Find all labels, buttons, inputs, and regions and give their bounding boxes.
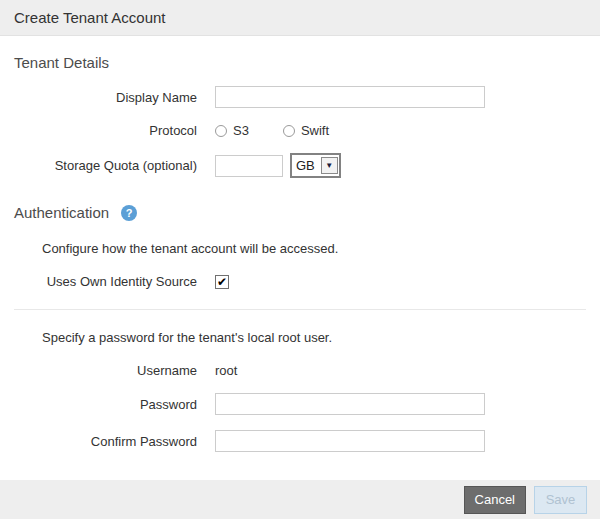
identity-source-checkbox[interactable]: ✔	[215, 275, 229, 289]
password-instruction: Specify a password for the tenant's loca…	[42, 330, 600, 345]
display-name-label: Display Name	[0, 90, 197, 105]
dialog-header: Create Tenant Account	[0, 0, 600, 36]
authentication-heading-label: Authentication	[14, 204, 109, 221]
display-name-row: Display Name	[0, 86, 600, 108]
display-name-input[interactable]	[215, 86, 485, 108]
storage-quota-input[interactable]	[215, 155, 283, 177]
chevron-down-icon[interactable]: ▼	[321, 157, 338, 174]
storage-quota-label: Storage Quota (optional)	[0, 158, 197, 173]
section-divider	[14, 309, 586, 310]
password-label: Password	[0, 397, 197, 412]
protocol-option-s3-label: S3	[233, 123, 249, 138]
help-icon[interactable]: ?	[121, 205, 137, 221]
protocol-option-swift[interactable]: Swift	[283, 123, 329, 138]
confirm-password-input[interactable]	[215, 430, 485, 452]
protocol-option-s3[interactable]: S3	[215, 123, 249, 138]
storage-quota-unit-select[interactable]: GB ▼	[290, 153, 341, 178]
dialog-footer: Cancel Save	[0, 480, 600, 519]
confirm-password-row: Confirm Password	[0, 430, 600, 452]
storage-quota-row: Storage Quota (optional) GB ▼	[0, 153, 600, 178]
username-value: root	[215, 363, 237, 378]
identity-source-label: Uses Own Identity Source	[0, 274, 197, 289]
radio-unchecked-icon[interactable]	[215, 125, 227, 137]
cancel-button[interactable]: Cancel	[464, 486, 526, 514]
storage-quota-unit-value: GB	[296, 158, 320, 173]
create-tenant-account-dialog: Create Tenant Account Tenant Details Dis…	[0, 0, 600, 519]
password-row: Password	[0, 393, 600, 415]
save-button[interactable]: Save	[534, 486, 587, 514]
tenant-details-heading-label: Tenant Details	[14, 54, 109, 71]
authentication-description: Configure how the tenant account will be…	[42, 241, 600, 256]
dialog-title: Create Tenant Account	[14, 9, 166, 26]
radio-unchecked-icon[interactable]	[283, 125, 295, 137]
identity-source-row: Uses Own Identity Source ✔	[0, 274, 600, 289]
authentication-heading: Authentication ?	[14, 204, 600, 221]
protocol-radio-group: S3 Swift	[215, 123, 363, 138]
username-row: Username root	[0, 363, 600, 378]
username-label: Username	[0, 363, 197, 378]
protocol-label: Protocol	[0, 123, 197, 138]
confirm-password-label: Confirm Password	[0, 434, 197, 449]
tenant-details-heading: Tenant Details	[14, 54, 600, 71]
protocol-row: Protocol S3 Swift	[0, 123, 600, 138]
protocol-option-swift-label: Swift	[301, 123, 329, 138]
password-input[interactable]	[215, 393, 485, 415]
